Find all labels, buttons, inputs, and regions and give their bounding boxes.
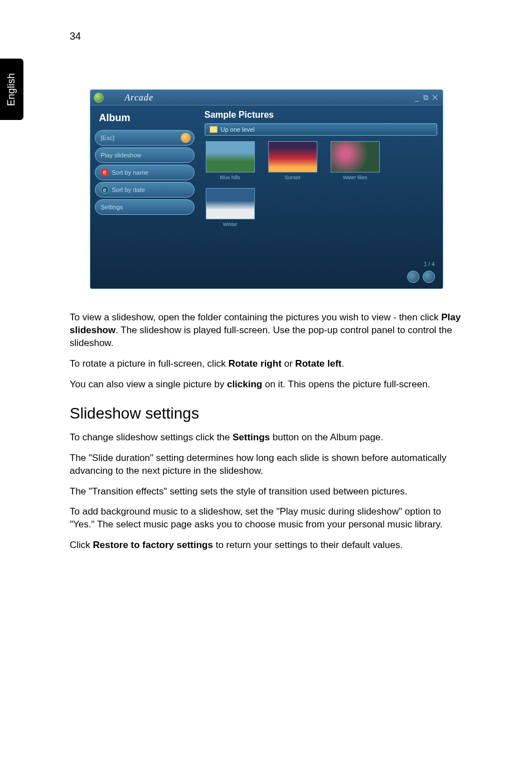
thumbnail-image (206, 141, 255, 172)
badge-icon: e (101, 169, 109, 176)
content-area: Arcade _ ⧉ ✕ Album [Esc] Play slideshow … (70, 89, 463, 560)
thumbnail-blue-hills[interactable]: Blue hills (205, 141, 256, 180)
section-heading: Slideshow settings (70, 405, 463, 422)
back-icon[interactable] (181, 133, 191, 143)
menu-item-label: Play slideshow (101, 152, 142, 158)
gallery-footer: 1 / 4 (407, 261, 435, 283)
titlebar: Arcade _ ⧉ ✕ (90, 90, 443, 105)
paragraph: To rotate a picture in full-screen, clic… (70, 358, 463, 371)
folder-up-icon (210, 126, 217, 133)
thumbnail-caption: Water lilies (330, 175, 381, 180)
right-panel: Sample Pictures Up one level Blue hills … (199, 105, 443, 289)
paragraph: Click Restore to factory settings to ret… (70, 539, 463, 552)
paragraph: To view a slideshow, open the folder con… (70, 311, 463, 350)
thumbnail-winter[interactable]: Winter (205, 188, 256, 227)
thumbnail-caption: Winter (205, 222, 256, 227)
paragraph: The "Slide duration" setting determines … (70, 452, 463, 478)
menu-item-label: Sort by date (112, 186, 145, 193)
thumbnail-caption: Sunset (267, 175, 318, 180)
album-heading: Album (94, 110, 196, 128)
thumbnail-water-lilies[interactable]: Water lilies (330, 141, 381, 180)
thumbnail-image (331, 141, 380, 172)
thumbnail-image (268, 141, 317, 172)
paragraph: You can also view a single picture by cl… (70, 378, 463, 391)
page-number: 34 (70, 31, 81, 42)
language-label: English (6, 73, 18, 105)
gallery-title: Sample Pictures (205, 110, 437, 120)
screenshot-body: Album [Esc] Play slideshow e Sort by nam… (90, 105, 443, 289)
window-buttons[interactable]: _ ⧉ ✕ (415, 93, 439, 102)
document-text: To view a slideshow, open the folder con… (70, 311, 463, 552)
nav-buttons (407, 271, 435, 283)
paragraph: To change slideshow settings click the S… (70, 431, 463, 444)
paragraph: The "Transition effects" setting sets th… (70, 486, 463, 498)
sort-by-name-button[interactable]: e Sort by name (95, 165, 195, 180)
settings-button[interactable]: Settings (95, 199, 195, 215)
page: 34 English Arcade _ ⧉ ✕ Album [Esc] P (0, 0, 532, 764)
arcade-screenshot: Arcade _ ⧉ ✕ Album [Esc] Play slideshow … (90, 89, 443, 289)
nav-down-icon[interactable] (423, 271, 435, 283)
language-tab: English (0, 59, 23, 120)
badge-icon: e (101, 186, 109, 194)
esc-button[interactable]: [Esc] (95, 130, 195, 146)
page-indicator: 1 / 4 (407, 261, 435, 267)
sort-by-date-button[interactable]: e Sort by date (95, 182, 195, 198)
thumbnail-sunset[interactable]: Sunset (267, 141, 318, 180)
up-one-level-button[interactable]: Up one level (205, 123, 437, 136)
thumbnail-caption: Blue hills (205, 175, 256, 180)
thumbnail-grid: Blue hills Sunset Water lilies Wint (205, 141, 437, 227)
paragraph: To add background music to a slideshow, … (70, 506, 463, 531)
esc-label: [Esc] (101, 134, 114, 141)
menu-item-label: Sort by name (112, 169, 148, 176)
nav-up-icon[interactable] (407, 271, 419, 283)
menu-item-label: Settings (101, 204, 123, 210)
play-slideshow-button[interactable]: Play slideshow (95, 147, 195, 163)
up-one-level-label: Up one level (221, 126, 255, 133)
home-icon[interactable] (94, 93, 104, 103)
thumbnail-image (206, 188, 255, 219)
titlebar-title: Arcade (125, 93, 154, 103)
left-panel: Album [Esc] Play slideshow e Sort by nam… (90, 105, 199, 289)
